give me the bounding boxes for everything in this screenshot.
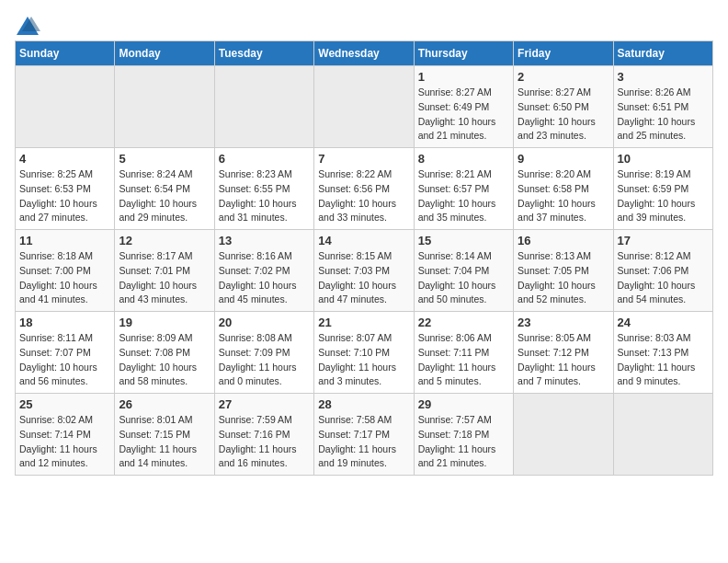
column-header-wednesday: Wednesday — [314, 41, 414, 66]
column-header-thursday: Thursday — [414, 41, 513, 66]
calendar-cell: 16Sunrise: 8:13 AM Sunset: 7:05 PM Dayli… — [514, 230, 613, 312]
day-info: Sunrise: 8:12 AM Sunset: 7:06 PM Dayligh… — [618, 249, 709, 307]
calendar-cell: 21Sunrise: 8:07 AM Sunset: 7:10 PM Dayli… — [314, 312, 414, 394]
calendar-cell: 18Sunrise: 8:11 AM Sunset: 7:07 PM Dayli… — [16, 312, 115, 394]
column-header-tuesday: Tuesday — [214, 41, 313, 66]
calendar-cell — [613, 394, 712, 476]
day-info: Sunrise: 8:14 AM Sunset: 7:04 PM Dayligh… — [418, 249, 509, 307]
day-number: 18 — [19, 316, 110, 329]
day-info: Sunrise: 8:20 AM Sunset: 6:58 PM Dayligh… — [518, 167, 609, 225]
day-number: 11 — [19, 234, 110, 247]
calendar-cell: 6Sunrise: 8:23 AM Sunset: 6:55 PM Daylig… — [214, 148, 313, 230]
day-info: Sunrise: 8:27 AM Sunset: 6:50 PM Dayligh… — [518, 86, 609, 144]
day-info: Sunrise: 8:02 AM Sunset: 7:14 PM Dayligh… — [19, 413, 110, 471]
calendar-cell: 8Sunrise: 8:21 AM Sunset: 6:57 PM Daylig… — [414, 148, 513, 230]
day-info: Sunrise: 8:09 AM Sunset: 7:08 PM Dayligh… — [119, 331, 210, 389]
calendar-cell: 19Sunrise: 8:09 AM Sunset: 7:08 PM Dayli… — [115, 312, 214, 394]
day-number: 3 — [618, 70, 709, 84]
column-header-saturday: Saturday — [613, 41, 712, 66]
calendar-cell: 1Sunrise: 8:27 AM Sunset: 6:49 PM Daylig… — [414, 66, 513, 148]
day-info: Sunrise: 8:16 AM Sunset: 7:02 PM Dayligh… — [219, 249, 310, 307]
day-number: 16 — [518, 234, 609, 247]
day-info: Sunrise: 8:18 AM Sunset: 7:00 PM Dayligh… — [19, 249, 110, 307]
day-info: Sunrise: 8:21 AM Sunset: 6:57 PM Dayligh… — [418, 167, 509, 225]
calendar-header-row: SundayMondayTuesdayWednesdayThursdayFrid… — [16, 41, 713, 66]
calendar-cell: 26Sunrise: 8:01 AM Sunset: 7:15 PM Dayli… — [115, 394, 214, 476]
calendar-cell: 11Sunrise: 8:18 AM Sunset: 7:00 PM Dayli… — [16, 230, 115, 312]
calendar-cell: 24Sunrise: 8:03 AM Sunset: 7:13 PM Dayli… — [613, 312, 712, 394]
column-header-friday: Friday — [514, 41, 613, 66]
day-number: 26 — [119, 397, 210, 411]
calendar-cell: 23Sunrise: 8:05 AM Sunset: 7:12 PM Dayli… — [514, 312, 613, 394]
day-info: Sunrise: 8:11 AM Sunset: 7:07 PM Dayligh… — [19, 331, 110, 389]
day-info: Sunrise: 8:26 AM Sunset: 6:51 PM Dayligh… — [618, 86, 709, 144]
day-info: Sunrise: 7:58 AM Sunset: 7:17 PM Dayligh… — [318, 413, 409, 471]
day-info: Sunrise: 8:01 AM Sunset: 7:15 PM Dayligh… — [119, 413, 210, 471]
day-number: 13 — [219, 234, 310, 247]
day-number: 1 — [418, 70, 509, 84]
day-number: 19 — [119, 316, 210, 329]
calendar-cell: 3Sunrise: 8:26 AM Sunset: 6:51 PM Daylig… — [613, 66, 712, 148]
calendar-cell — [514, 394, 613, 476]
calendar-cell — [214, 66, 313, 148]
column-header-monday: Monday — [115, 41, 214, 66]
day-info: Sunrise: 8:17 AM Sunset: 7:01 PM Dayligh… — [119, 249, 210, 307]
day-info: Sunrise: 8:06 AM Sunset: 7:11 PM Dayligh… — [418, 331, 509, 389]
calendar-week-2: 4Sunrise: 8:25 AM Sunset: 6:53 PM Daylig… — [16, 148, 713, 230]
calendar-cell: 17Sunrise: 8:12 AM Sunset: 7:06 PM Dayli… — [613, 230, 712, 312]
calendar-cell: 28Sunrise: 7:58 AM Sunset: 7:17 PM Dayli… — [314, 394, 414, 476]
calendar-cell — [314, 66, 414, 148]
day-info: Sunrise: 8:27 AM Sunset: 6:49 PM Dayligh… — [418, 86, 509, 144]
calendar-cell: 27Sunrise: 7:59 AM Sunset: 7:16 PM Dayli… — [214, 394, 313, 476]
day-number: 10 — [618, 152, 709, 166]
calendar-week-3: 11Sunrise: 8:18 AM Sunset: 7:00 PM Dayli… — [16, 230, 713, 312]
calendar-cell: 29Sunrise: 7:57 AM Sunset: 7:18 PM Dayli… — [414, 394, 513, 476]
day-number: 28 — [318, 397, 409, 411]
day-info: Sunrise: 8:25 AM Sunset: 6:53 PM Dayligh… — [19, 167, 110, 225]
day-info: Sunrise: 8:15 AM Sunset: 7:03 PM Dayligh… — [318, 249, 409, 307]
calendar-cell: 22Sunrise: 8:06 AM Sunset: 7:11 PM Dayli… — [414, 312, 513, 394]
day-number: 21 — [318, 316, 409, 329]
day-info: Sunrise: 8:07 AM Sunset: 7:10 PM Dayligh… — [318, 331, 409, 389]
day-number: 14 — [318, 234, 409, 247]
day-number: 6 — [219, 152, 310, 166]
calendar-cell: 25Sunrise: 8:02 AM Sunset: 7:14 PM Dayli… — [16, 394, 115, 476]
day-number: 22 — [418, 316, 509, 329]
calendar-cell — [16, 66, 115, 148]
day-info: Sunrise: 8:22 AM Sunset: 6:56 PM Dayligh… — [318, 167, 409, 225]
day-number: 7 — [318, 152, 409, 166]
calendar-cell: 14Sunrise: 8:15 AM Sunset: 7:03 PM Dayli… — [314, 230, 414, 312]
day-number: 23 — [518, 316, 609, 329]
day-number: 9 — [518, 152, 609, 166]
day-info: Sunrise: 8:24 AM Sunset: 6:54 PM Dayligh… — [119, 167, 210, 225]
calendar-cell: 2Sunrise: 8:27 AM Sunset: 6:50 PM Daylig… — [514, 66, 613, 148]
logo — [15, 15, 44, 37]
calendar-cell — [115, 66, 214, 148]
day-number: 2 — [518, 70, 609, 84]
calendar-cell: 15Sunrise: 8:14 AM Sunset: 7:04 PM Dayli… — [414, 230, 513, 312]
day-number: 20 — [219, 316, 310, 329]
calendar-cell: 4Sunrise: 8:25 AM Sunset: 6:53 PM Daylig… — [16, 148, 115, 230]
calendar-week-1: 1Sunrise: 8:27 AM Sunset: 6:49 PM Daylig… — [16, 66, 713, 148]
day-info: Sunrise: 8:23 AM Sunset: 6:55 PM Dayligh… — [219, 167, 310, 225]
day-info: Sunrise: 8:08 AM Sunset: 7:09 PM Dayligh… — [219, 331, 310, 389]
calendar-week-5: 25Sunrise: 8:02 AM Sunset: 7:14 PM Dayli… — [16, 394, 713, 476]
day-number: 12 — [119, 234, 210, 247]
calendar-table: SundayMondayTuesdayWednesdayThursdayFrid… — [15, 40, 713, 476]
header — [15, 15, 713, 37]
day-info: Sunrise: 8:13 AM Sunset: 7:05 PM Dayligh… — [518, 249, 609, 307]
calendar-cell: 12Sunrise: 8:17 AM Sunset: 7:01 PM Dayli… — [115, 230, 214, 312]
day-info: Sunrise: 7:59 AM Sunset: 7:16 PM Dayligh… — [219, 413, 310, 471]
day-info: Sunrise: 8:19 AM Sunset: 6:59 PM Dayligh… — [618, 167, 709, 225]
logo-icon — [15, 15, 40, 37]
day-number: 5 — [119, 152, 210, 166]
day-number: 24 — [618, 316, 709, 329]
calendar-week-4: 18Sunrise: 8:11 AM Sunset: 7:07 PM Dayli… — [16, 312, 713, 394]
day-number: 4 — [19, 152, 110, 166]
day-number: 17 — [618, 234, 709, 247]
day-info: Sunrise: 7:57 AM Sunset: 7:18 PM Dayligh… — [418, 413, 509, 471]
day-number: 15 — [418, 234, 509, 247]
calendar-cell: 9Sunrise: 8:20 AM Sunset: 6:58 PM Daylig… — [514, 148, 613, 230]
day-info: Sunrise: 8:05 AM Sunset: 7:12 PM Dayligh… — [518, 331, 609, 389]
day-number: 8 — [418, 152, 509, 166]
